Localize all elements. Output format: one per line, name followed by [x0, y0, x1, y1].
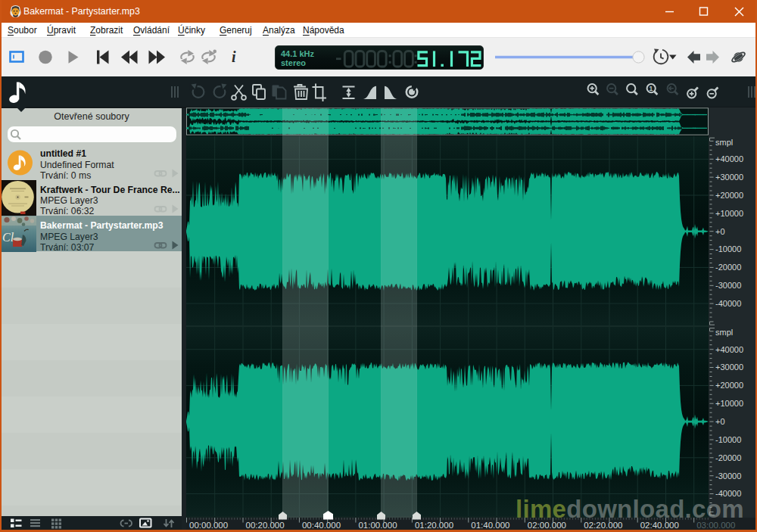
svg-text:-20000: -20000	[715, 263, 741, 272]
svg-text:+0: +0	[715, 417, 725, 426]
svg-text:+30000: +30000	[715, 173, 743, 182]
svg-text:-20000: -20000	[715, 453, 741, 462]
svg-text:01:00.000: 01:00.000	[358, 521, 397, 530]
svg-text:00:00.000: 00:00.000	[189, 521, 228, 530]
svg-text:-30000: -30000	[715, 281, 741, 290]
svg-text:+20000: +20000	[715, 191, 743, 200]
svg-text:+10000: +10000	[715, 399, 743, 408]
svg-text:00:40.000: 00:40.000	[302, 521, 341, 530]
svg-text:+0: +0	[715, 227, 725, 236]
svg-text:00:20.000: 00:20.000	[246, 521, 285, 530]
svg-text:smpl: smpl	[715, 328, 733, 337]
svg-text:+40000: +40000	[715, 154, 743, 163]
svg-text:+30000: +30000	[715, 362, 743, 372]
svg-text:01:20.000: 01:20.000	[415, 521, 453, 530]
svg-text:-30000: -30000	[715, 471, 741, 481]
svg-text:smpl: smpl	[715, 138, 733, 147]
svg-text:01:40.000: 01:40.000	[471, 521, 509, 530]
svg-text:1: 1	[650, 85, 653, 92]
svg-text:-10000: -10000	[715, 244, 741, 254]
svg-text:-40000: -40000	[715, 299, 741, 308]
svg-text:+40000: +40000	[715, 345, 743, 354]
svg-text:+20000: +20000	[715, 381, 743, 390]
svg-text:Cl: Cl	[2, 231, 14, 244]
svg-text:-10000: -10000	[715, 435, 741, 444]
svg-text:+10000: +10000	[715, 209, 743, 218]
